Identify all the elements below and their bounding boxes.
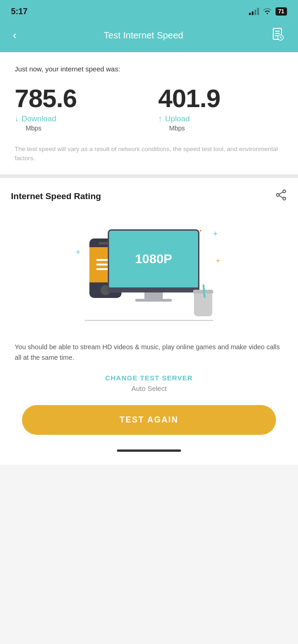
- rating-header: Internet Speed Rating: [11, 189, 287, 204]
- monitor-stand: [144, 292, 163, 299]
- speed-disclaimer-text: The test speed will vary as a result of …: [15, 145, 283, 163]
- status-time: 5:17: [11, 7, 28, 16]
- svg-line-8: [279, 192, 283, 194]
- share-icon[interactable]: [275, 189, 287, 204]
- download-label: Download: [22, 114, 56, 124]
- download-unit: Mbps: [26, 124, 140, 132]
- rating-title: Internet Speed Rating: [11, 191, 101, 201]
- server-value: Auto Select: [11, 384, 287, 392]
- change-server-button[interactable]: CHANGE TEST SERVER: [105, 374, 193, 382]
- speed-grid: 785.6 ↓ Download Mbps 401.9 ↑ Upload Mbp…: [15, 86, 283, 132]
- download-speed-item: 785.6 ↓ Download Mbps: [15, 86, 140, 132]
- svg-point-7: [283, 197, 286, 200]
- deco-cross-2: +: [213, 229, 218, 239]
- upload-unit: Mbps: [169, 124, 283, 132]
- download-label-row: ↓ Download: [15, 114, 140, 124]
- status-icons: 71: [249, 7, 287, 16]
- back-button[interactable]: ‹: [9, 25, 20, 45]
- cup-body: [194, 293, 212, 316]
- monitor-illustration: 1080P: [108, 229, 199, 302]
- test-again-button[interactable]: TEST AGAIN: [22, 405, 276, 435]
- upload-arrow-icon: ↑: [158, 114, 162, 124]
- svg-point-5: [283, 190, 286, 193]
- battery-indicator: 71: [276, 7, 287, 16]
- upload-label-row: ↑ Upload: [158, 114, 283, 124]
- svg-line-9: [279, 195, 283, 198]
- rating-section: Internet Speed Rating + + • +: [0, 178, 298, 465]
- deco-yellow-1: •: [199, 227, 202, 234]
- home-indicator: [117, 449, 181, 452]
- upload-speed-item: 401.9 ↑ Upload Mbps: [158, 86, 283, 132]
- deco-cross-1: +: [76, 248, 81, 257]
- signal-icon: [249, 8, 259, 15]
- rating-illustration: + + • + 1080P: [11, 211, 287, 335]
- illustration-baseline: [85, 320, 213, 321]
- speed-results-section: Just now, your internet speed was: 785.6…: [0, 52, 298, 174]
- header-title: Test Internet Speed: [20, 30, 267, 41]
- speed-intro-text: Just now, your internet speed was:: [15, 65, 283, 73]
- monitor-screen: 1080P: [108, 229, 199, 289]
- illustration-wrapper: + + • + 1080P: [71, 220, 227, 330]
- monitor-bezel: [108, 289, 199, 292]
- rating-description: You should be able to stream HD videos &…: [15, 342, 283, 363]
- svg-point-6: [276, 194, 279, 196]
- download-value: 785.6: [15, 86, 140, 111]
- resolution-label: 1080P: [135, 252, 172, 266]
- download-arrow-icon: ↓: [15, 114, 19, 124]
- upload-value: 401.9: [158, 86, 283, 111]
- deco-yellow-2: +: [216, 257, 220, 265]
- cup-illustration: [193, 290, 213, 316]
- status-bar: 5:17 71: [0, 0, 298, 23]
- app-header: ‹ Test Internet Speed: [0, 23, 298, 52]
- monitor-base: [135, 299, 172, 302]
- history-icon[interactable]: [267, 23, 289, 48]
- cup-straw: [202, 284, 205, 298]
- upload-label: Upload: [165, 114, 190, 124]
- section-divider: [0, 174, 298, 178]
- wifi-icon: [263, 7, 272, 16]
